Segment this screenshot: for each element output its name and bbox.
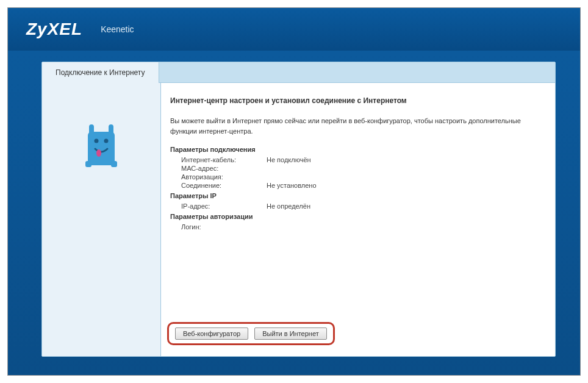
param-label: Логин: — [181, 223, 267, 231]
param-label: Авторизация: — [181, 173, 267, 181]
main-panel: Подключение к Интернету — [41, 62, 556, 357]
content-area: Интернет-центр настроен и установил соед… — [161, 83, 555, 356]
param-row: Интернет-кабель: Не подключён — [170, 156, 537, 164]
param-row: IP-адрес: Не определён — [170, 202, 537, 210]
content-title: Интернет-центр настроен и установил соед… — [170, 96, 537, 105]
param-label: Интернет-кабель: — [181, 156, 267, 163]
tab-label: Подключение к Интернету — [56, 68, 145, 77]
tab-internet-connection[interactable]: Подключение к Интернету — [42, 62, 159, 83]
param-value: Не определён — [267, 202, 310, 210]
go-internet-button[interactable]: Выйти в Интернет — [254, 328, 327, 340]
section-heading-connection: Параметры подключения — [170, 146, 537, 153]
brand-logo: ZyXEL — [26, 20, 82, 39]
tab-row: Подключение к Интернету — [42, 62, 555, 83]
param-row: Логин: — [170, 223, 537, 231]
svg-rect-6 — [85, 161, 91, 167]
mascot-icon — [83, 120, 120, 168]
svg-rect-7 — [111, 161, 117, 167]
svg-point-4 — [104, 139, 109, 143]
section-heading-auth: Параметры авторизации — [170, 213, 537, 220]
param-row: МАС-адрес: — [170, 164, 537, 173]
svg-point-3 — [95, 139, 99, 143]
param-value: Не установлено — [267, 182, 317, 189]
product-name: Keenetic — [101, 24, 134, 34]
web-configurator-button[interactable]: Веб-конфигуратор — [175, 328, 248, 340]
param-label: Соединение: — [181, 182, 267, 189]
section-heading-ip: Параметры IP — [170, 192, 537, 199]
sidebar — [42, 83, 161, 356]
param-value: Не подключён — [267, 156, 311, 163]
param-label: IP-адрес: — [181, 202, 267, 210]
param-row: Авторизация: — [170, 173, 537, 181]
param-label: МАС-адрес: — [181, 165, 267, 172]
param-row: Соединение: Не установлено — [170, 181, 537, 190]
header-bar: ZyXEL Keenetic — [8, 8, 580, 51]
svg-rect-2 — [88, 132, 115, 165]
app-window: ZyXEL Keenetic Подключение к Интернету — [7, 7, 581, 376]
content-description: Вы можете выйти в Интернет прямо сейчас … — [170, 116, 537, 136]
svg-point-5 — [96, 149, 101, 157]
button-row-highlight: Веб-конфигуратор Выйти в Интернет — [167, 322, 335, 345]
blue-container: Подключение к Интернету — [8, 51, 580, 375]
panel-body: Интернет-центр настроен и установил соед… — [42, 83, 555, 356]
